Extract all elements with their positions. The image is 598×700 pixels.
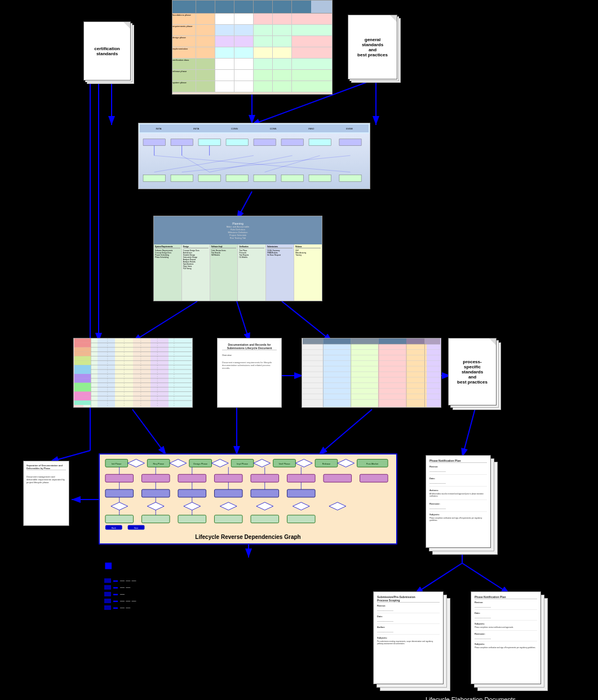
svg-rect-41 — [171, 175, 193, 182]
svg-text:Next: Next — [134, 527, 138, 529]
svg-rect-139 — [287, 489, 315, 497]
svg-rect-128 — [178, 474, 206, 482]
svg-rect-81 — [74, 396, 91, 400]
svg-rect-69 — [74, 343, 91, 347]
svg-rect-166 — [251, 515, 279, 523]
lifecycle-elaboration-label: Lifecycle Elaboration Documents — [364, 694, 578, 700]
svg-line-17 — [462, 404, 476, 457]
lifecycle-graph-box: Init Phase Req Phase Design Phase Impl P… — [99, 453, 397, 545]
colored-table-right-thumbnail — [302, 338, 441, 408]
svg-rect-47 — [339, 175, 361, 182]
svg-line-34 — [154, 155, 351, 172]
bottom-left-content: ■ ▬ — — — ▬ — — ▬ — ▬ — — — — [104, 558, 172, 625]
svg-line-39 — [182, 155, 351, 172]
svg-rect-163 — [141, 515, 170, 523]
svg-rect-72 — [74, 356, 91, 360]
svg-rect-46 — [309, 175, 331, 182]
main-diagram: foundations phase requirements phase — [0, 0, 598, 700]
svg-rect-76 — [74, 374, 91, 378]
svg-rect-71 — [74, 352, 91, 356]
svg-rect-93 — [406, 338, 424, 344]
svg-text:Verif Phase: Verif Phase — [278, 462, 290, 465]
svg-line-14 — [132, 409, 166, 455]
svg-line-11 — [282, 301, 333, 342]
svg-rect-70 — [74, 347, 91, 352]
svg-rect-75 — [74, 369, 91, 374]
svg-line-9 — [132, 301, 197, 342]
svg-rect-78 — [74, 383, 91, 387]
svg-rect-133 — [360, 474, 388, 482]
svg-rect-167 — [287, 515, 315, 523]
svg-rect-126 — [105, 474, 134, 482]
process-specific-standards-doc: process-specificstandardsandbest practic… — [448, 338, 502, 411]
svg-rect-25 — [198, 139, 220, 146]
svg-rect-44 — [254, 175, 276, 182]
svg-rect-89 — [303, 338, 323, 344]
svg-rect-92 — [379, 338, 406, 344]
svg-rect-127 — [141, 474, 170, 482]
svg-line-36 — [154, 155, 254, 172]
svg-rect-165 — [214, 515, 242, 523]
svg-line-10 — [237, 301, 250, 342]
svg-rect-45 — [281, 175, 303, 182]
lifecycle-graph-label: Lifecycle Reverse Dependencies Graph — [100, 534, 396, 540]
svg-rect-30 — [339, 139, 361, 146]
svg-rect-68 — [74, 338, 91, 343]
svg-line-15 — [318, 409, 372, 455]
general-standards-doc: generalstandardsandbest practices — [348, 15, 401, 85]
svg-line-3 — [50, 451, 90, 462]
small-doc-left: Separation of Documentation and Delivera… — [23, 461, 71, 528]
svg-line-38 — [265, 155, 320, 172]
svg-text:Design Phase: Design Phase — [193, 462, 207, 465]
svg-rect-91 — [351, 338, 379, 344]
svg-rect-79 — [74, 387, 91, 392]
svg-text:Init Phase: Init Phase — [112, 462, 122, 465]
svg-rect-130 — [251, 474, 279, 482]
flow-diagram-thumbnail: INITA INITA CONN CONN INNO EVEM — [138, 123, 370, 189]
svg-rect-137 — [214, 489, 242, 497]
svg-rect-132 — [324, 474, 352, 482]
svg-text:Impl Phase: Impl Phase — [237, 462, 249, 465]
svg-rect-23 — [143, 139, 165, 146]
final-notification-plan-docs: Phase Notification Plan Review: ________… — [471, 591, 550, 693]
svg-line-35 — [182, 155, 210, 172]
svg-rect-28 — [281, 139, 303, 146]
svg-text:Release: Release — [322, 462, 331, 465]
svg-rect-134 — [105, 489, 134, 497]
svg-rect-129 — [214, 474, 242, 482]
svg-rect-135 — [141, 489, 170, 497]
svg-text:Post-Market: Post-Market — [366, 462, 379, 465]
svg-line-21 — [414, 563, 462, 594]
svg-rect-24 — [171, 139, 193, 146]
main-table-thumbnail: foundations phase requirements phase — [172, 0, 333, 95]
svg-rect-43 — [226, 175, 248, 182]
svg-line-37 — [210, 155, 293, 172]
certification-standards-doc: certificationstandards — [83, 21, 134, 86]
svg-rect-82 — [74, 400, 91, 405]
svg-rect-164 — [178, 515, 206, 523]
svg-rect-42 — [198, 175, 220, 182]
svg-rect-90 — [323, 338, 351, 344]
spreadsheet-left-thumbnail — [73, 338, 193, 408]
phase-notification-plans: Phase Notification Plan Review: ________… — [426, 455, 499, 556]
svg-rect-94 — [424, 338, 440, 344]
svg-rect-26 — [226, 139, 248, 146]
svg-rect-74 — [74, 365, 91, 369]
svg-rect-162 — [105, 515, 134, 523]
svg-text:Back: Back — [112, 527, 116, 529]
svg-line-22 — [462, 563, 510, 594]
requirements-box-thumbnail: Planning Make and Accountable Role Defin… — [153, 216, 322, 301]
svg-rect-136 — [178, 489, 206, 497]
svg-rect-80 — [74, 391, 91, 396]
svg-rect-29 — [309, 139, 331, 146]
svg-rect-77 — [74, 378, 91, 383]
svg-text:Req Phase: Req Phase — [153, 462, 164, 465]
submission-docs: Submission/Pre-SubmissionProcess Scoping… — [373, 591, 452, 693]
svg-rect-131 — [287, 474, 315, 482]
svg-rect-73 — [74, 360, 91, 365]
svg-rect-138 — [251, 489, 279, 497]
svg-rect-27 — [254, 139, 276, 146]
white-doc-center-thumbnail: Documentation and Records for Submission… — [217, 338, 282, 408]
svg-rect-40 — [143, 175, 165, 182]
